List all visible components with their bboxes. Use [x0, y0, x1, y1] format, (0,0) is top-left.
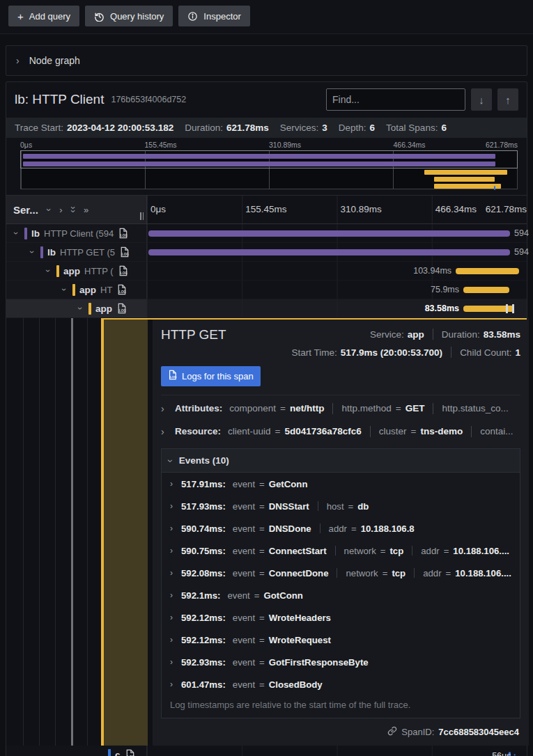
attr-value: DNSDone [269, 523, 311, 534]
column-resizer-handle[interactable] [140, 212, 144, 220]
inspector-button[interactable]: Inspector [178, 6, 249, 26]
chevron-right-icon: › [170, 502, 181, 510]
attr-key: event [233, 479, 255, 489]
span-name-cell[interactable]: ›lbHTTP GET (5LOG [6, 243, 147, 262]
span-timeline-cell[interactable]: 103.94ms [147, 262, 527, 281]
svg-text:LOG: LOG [121, 271, 128, 275]
chevron-down-icon: › [166, 459, 176, 462]
divider [332, 403, 333, 414]
span-name-cell[interactable]: ›lbHTTP Client (594LOG [6, 224, 147, 243]
span-name-cell[interactable]: cLOG [6, 746, 147, 756]
event-row[interactable]: ›592.93ms:event=GotFirstResponseByte [162, 651, 520, 673]
prev-result-button[interactable]: ↑ [497, 88, 518, 111]
span-rows: ›lbHTTP Client (594LOG594›lbHTTP GET (5L… [6, 224, 527, 318]
minimap-canvas[interactable] [20, 150, 518, 189]
chevron-down-icon[interactable]: › [44, 267, 52, 275]
divider [433, 329, 433, 340]
attr-key: addr [421, 546, 439, 556]
event-row[interactable]: ›592.12ms:event=WroteRequest [162, 629, 520, 651]
service-name: lb [47, 247, 56, 258]
events-header[interactable]: › Events (10) [162, 449, 520, 473]
equals-sign: = [259, 523, 265, 534]
span-name-cell[interactable]: ›appHTLOG [6, 281, 147, 299]
event-pairs: event=ConnectStartnetwork=tcpaddr=10.188… [233, 546, 509, 556]
attr-key: component [229, 403, 276, 414]
event-row[interactable]: ›590.75ms:event=ConnectStartnetwork=tcpa… [162, 540, 520, 562]
caret-down-icon[interactable]: › [44, 208, 54, 211]
event-pairs: event=GetConn [233, 479, 308, 489]
trace-minimap[interactable]: 0μs155.45ms310.89ms466.34ms621.78ms [6, 138, 527, 194]
chevron-down-icon[interactable]: › [12, 229, 20, 237]
event-pairs: event=WroteRequest [233, 635, 331, 645]
event-row[interactable]: ›592.08ms:event=ConnectDonenetwork=tcpad… [162, 562, 520, 584]
divider [471, 426, 472, 437]
operation-name: HTTP GET (5 [60, 247, 115, 258]
span-row[interactable]: cLOG56μs↑ [6, 746, 527, 756]
node-graph-panel[interactable]: › Node graph [6, 45, 527, 76]
scroll-up-arrow-icon[interactable]: ↑ [513, 750, 518, 756]
span-tree-guides [6, 318, 153, 746]
chevron-down-icon[interactable]: › [28, 248, 36, 256]
chevron-right-icon: › [170, 591, 181, 599]
node-graph-title: Node graph [29, 55, 80, 66]
find-input[interactable] [326, 88, 465, 111]
event-row[interactable]: ›517.91ms:event=GetConn [162, 473, 520, 495]
meta-label: Services: [280, 123, 319, 133]
operation-name: HTTP Client (594 [44, 228, 114, 239]
event-row[interactable]: ›590.74ms:event=DNSDoneaddr=10.188.106.8 [162, 517, 520, 540]
span-row[interactable]: ›appLOG83.58ms [6, 299, 527, 318]
span-name-cell[interactable]: ›appHTTP (LOG [6, 262, 147, 281]
span-duration-bar [456, 268, 519, 274]
event-row[interactable]: ›601.47ms:event=ClosedBody [162, 673, 520, 695]
divider [412, 546, 412, 556]
span-timeline-cell[interactable]: 594 [147, 243, 527, 262]
span-row[interactable]: ›lbHTTP Client (594LOG594 [6, 224, 527, 243]
log-icon: LOG [116, 303, 127, 314]
resource-row[interactable]: › Resource: client-uuid=5d041736a78cfc6c… [161, 420, 520, 443]
event-timestamp: 592.93ms: [181, 657, 226, 668]
span-detail-row: HTTP GET Service:app Duration:83.58ms St… [6, 318, 527, 746]
span-timeline-cell[interactable]: 83.58ms [147, 299, 527, 318]
add-query-label: Add query [29, 11, 70, 22]
query-history-button[interactable]: Query history [85, 6, 173, 26]
event-row[interactable]: ›592.12ms:event=WroteHeaders [162, 606, 520, 629]
span-timeline-cell[interactable]: 594 [147, 224, 527, 243]
service-color-bar [88, 303, 91, 315]
tree-guide-line [39, 318, 40, 746]
operation-name: HT [100, 285, 112, 295]
minimap-span-bar [494, 186, 496, 190]
chevron-down-icon[interactable]: › [60, 285, 68, 294]
trace-title: lb: HTTP Client [15, 92, 104, 107]
expand-all-icon[interactable]: » [84, 205, 88, 215]
next-result-button[interactable]: ↓ [471, 88, 492, 111]
operation-name: HTTP ( [84, 266, 114, 276]
chevron-down-icon[interactable]: › [76, 304, 84, 313]
span-detail-panel: HTTP GET Service:app Duration:83.58ms St… [153, 318, 529, 746]
collapse-all-icon[interactable]: ›› [72, 206, 75, 213]
event-pairs: event=GotConn [227, 590, 302, 601]
logs-for-span-button[interactable]: LOG Logs for this span [161, 366, 261, 386]
attr-value: GetConn [269, 479, 308, 489]
attr-value: GotFirstResponseByte [269, 657, 369, 668]
attributes-row[interactable]: › Attributes: component=net/httphttp.met… [161, 397, 520, 420]
add-query-button[interactable]: + Add query [8, 6, 79, 26]
event-pairs: event=DNSStarthost=db [233, 501, 369, 512]
expand-one-icon[interactable]: › [59, 205, 62, 215]
span-row[interactable]: ›appHTTP (LOG103.94ms [6, 262, 527, 281]
span-name-cell[interactable]: ›appLOG [6, 299, 147, 318]
attributes-label: Attributes: [175, 403, 222, 414]
chevron-right-icon: › [170, 546, 181, 555]
equals-sign: = [259, 546, 265, 556]
span-row[interactable]: ›lbHTTP GET (5LOG594 [6, 243, 527, 262]
equals-sign: = [444, 546, 449, 556]
equals-sign: = [254, 590, 260, 601]
event-row[interactable]: ›592.1ms:event=GotConn [162, 584, 520, 606]
link-icon[interactable] [387, 726, 397, 738]
chevron-right-icon: › [170, 569, 181, 577]
span-timeline-cell[interactable]: 75.9ms [147, 281, 527, 299]
event-row[interactable]: ›517.93ms:event=DNSStarthost=db [162, 495, 520, 517]
chevron-right-icon: › [170, 480, 181, 488]
span-row[interactable]: ›appHTLOG75.9ms [6, 281, 527, 299]
span-timeline-cell[interactable]: 56μs↑ [147, 746, 527, 756]
span-meta: Service:app Duration:83.58ms Start Time:… [292, 325, 520, 365]
